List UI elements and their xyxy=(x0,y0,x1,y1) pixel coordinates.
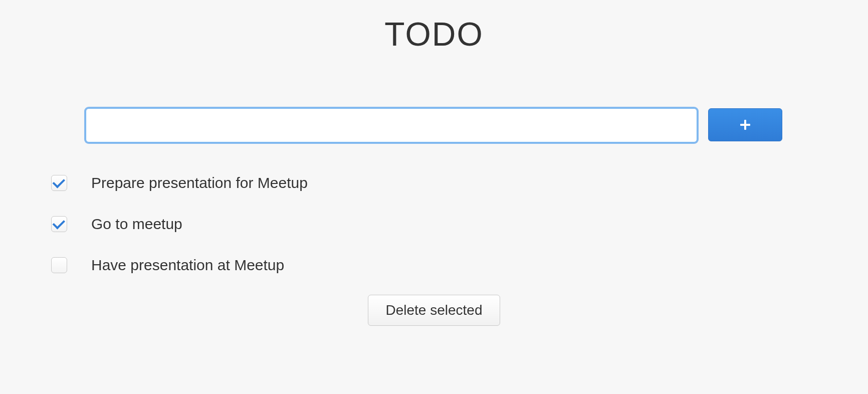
todo-label: Prepare presentation for Meetup xyxy=(91,174,308,191)
new-todo-input[interactable] xyxy=(86,108,697,142)
todo-list: Prepare presentation for Meetup Go to me… xyxy=(0,162,868,286)
todo-item: Have presentation at Meetup xyxy=(50,245,818,286)
add-todo-button[interactable] xyxy=(708,108,782,141)
todo-checkbox[interactable] xyxy=(51,175,67,191)
page-title: TODO xyxy=(0,15,868,53)
todo-label: Go to meetup xyxy=(91,216,182,233)
todo-item: Go to meetup xyxy=(50,204,818,245)
svg-rect-1 xyxy=(740,124,750,126)
plus-icon xyxy=(740,120,750,130)
add-todo-row xyxy=(0,108,868,142)
footer: Delete selected xyxy=(0,295,868,326)
todo-checkbox[interactable] xyxy=(51,257,67,273)
todo-item: Prepare presentation for Meetup xyxy=(50,162,818,204)
delete-selected-button[interactable]: Delete selected xyxy=(368,295,500,326)
todo-label: Have presentation at Meetup xyxy=(91,257,284,274)
todo-checkbox[interactable] xyxy=(51,216,67,232)
